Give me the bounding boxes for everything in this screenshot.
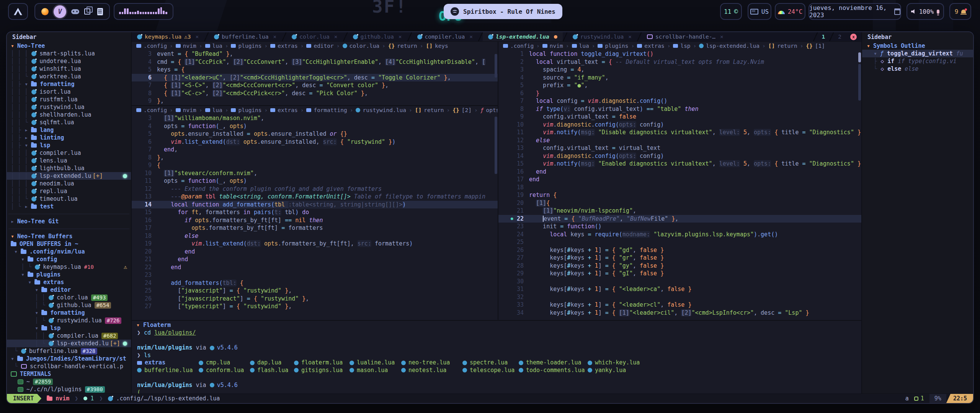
tree-item[interactable]: │ │ │ rustfmt.lua: [7, 96, 131, 103]
code-line[interactable]: 26 ["javascriptreact"] = { "rustywind" }…: [132, 295, 498, 303]
breadcrumb-item[interactable]: .config: [136, 107, 167, 113]
breadcrumb-item[interactable]: plugins: [231, 43, 261, 49]
code-line[interactable]: 25: [498, 238, 861, 246]
code-line[interactable]: 19return {: [498, 191, 861, 199]
outline-item[interactable]: ├ ◇ifif type(config.vi: [862, 57, 973, 65]
tree-item[interactable]: │ │ │ rustywind.lua: [7, 103, 131, 111]
breadcrumb-item[interactable]: []return: [415, 107, 444, 113]
code-line[interactable]: 7 end,: [132, 146, 498, 154]
code-line[interactable]: 27 keys[#keys + 1] = { "gr", false }: [498, 254, 861, 262]
code-line[interactable]: 10 vim.diagnostic.config(opts: config): [498, 121, 861, 129]
windows-icon[interactable]: [84, 8, 90, 15]
audio-widget[interactable]: 100%: [906, 3, 944, 20]
notifications-widget[interactable]: 9: [949, 3, 971, 20]
breadcrumb-item[interactable]: ƒopts: [480, 107, 498, 113]
chevron-down-icon[interactable]: ▾: [874, 50, 880, 57]
listing-entry[interactable]: cmp.lua: [199, 359, 250, 367]
chevron-down-icon[interactable]: ▾: [35, 286, 41, 294]
listing-entry[interactable]: todo-comments.lua: [519, 367, 588, 374]
chevron-down-icon[interactable]: ▾: [24, 141, 31, 149]
editor-pane-color[interactable]: .config›nvim›lua›plugins›extras›editor›c…: [132, 42, 498, 105]
tab-close-icon[interactable]: ×: [196, 34, 199, 40]
code-line[interactable]: 33 keys[#keys + 1] = { "<leader>cl", fal…: [498, 301, 861, 309]
listing-entry[interactable]: theme-loader.lua: [519, 359, 588, 367]
listing-entry[interactable]: telescope.lua: [462, 367, 519, 374]
code-line[interactable]: 20 [1]{: [498, 199, 861, 207]
tabpage-2[interactable]: 2: [834, 32, 846, 41]
code-line[interactable]: 7 { [1]"<S-C>", [2]"<cmd>CccConvert<cr>"…: [132, 81, 498, 89]
code-line[interactable]: 32: [498, 293, 861, 301]
tab-bufferline-lua[interactable]: bufferline.lua×: [209, 32, 282, 41]
clock-widget[interactable]: jueves, noviembre 16, 2023: [808, 3, 901, 20]
tab-lsp-extended-lua[interactable]: lsp-extended.lua: [483, 32, 563, 41]
code-line[interactable]: 12 else: [498, 137, 861, 145]
code-line[interactable]: 16 if opts.formatters_by_ft[ft] == nil t…: [132, 216, 498, 224]
outline-item[interactable]: └ ◇elseelse: [862, 65, 973, 73]
tree-item[interactable]: │ │ │ shellharden.lua: [7, 111, 131, 119]
tree-item[interactable]: ▾plugins: [7, 271, 131, 278]
listing-entry[interactable]: neotest.lua: [401, 367, 462, 374]
code-line[interactable]: 29 keys[#keys + 1] = { "gI", false }: [498, 270, 861, 278]
chevron-down-icon[interactable]: ▾: [28, 278, 34, 286]
listing-entry[interactable]: neo-tree.lua: [401, 359, 462, 367]
listing-entry[interactable]: dap.lua: [250, 359, 294, 367]
tree-item[interactable]: │ ├ ▸linting: [7, 134, 131, 141]
breadcrumb-item[interactable]: nvim: [176, 107, 196, 113]
breadcrumb-item[interactable]: extras: [637, 43, 664, 49]
code-line[interactable]: 5 prefix = "●",: [498, 81, 861, 89]
sidebar-section-header[interactable]: ▾Neo-Tree: [7, 42, 131, 50]
sidebar-section-header[interactable]: ▸Neo-Tree Git: [7, 218, 131, 225]
code-line[interactable]: 11 vim.notify(msg: "Disable diagnostics …: [498, 128, 861, 137]
tree-item[interactable]: TERMINALS: [7, 370, 131, 378]
tree-item[interactable]: │ │ │ winshift.lua: [7, 65, 131, 73]
tab-scrollbar-handle-[interactable]: scrollbar-handle-…×: [642, 32, 729, 41]
listing-entry[interactable]: lualine.lua: [350, 359, 401, 367]
tree-item[interactable]: │ └ rustywind.lua#726: [7, 317, 131, 324]
code-line[interactable]: 23 init = function(): [498, 223, 861, 231]
neovim-icon[interactable]: V: [54, 5, 66, 18]
scrollbar[interactable]: [858, 64, 861, 101]
code-line[interactable]: 18: [498, 184, 861, 192]
tree-item[interactable]: │ │ │ compiler.lua: [7, 149, 131, 157]
keyboard-layout-widget[interactable]: US: [748, 3, 771, 20]
listing-entry[interactable]: mason.lua: [350, 367, 401, 374]
listing-entry[interactable]: yanky.lua: [588, 367, 641, 374]
code-line[interactable]: 20 end: [132, 248, 498, 256]
tree-item[interactable]: │ ├ ▾lsp: [7, 141, 131, 149]
scrollbar-handle[interactable]: [858, 52, 861, 62]
tree-item[interactable]: └ scrollbar-handle-vertical.p: [7, 363, 131, 370]
code-line[interactable]: 8 if type(v: config.virtual_text) == "ta…: [498, 105, 861, 113]
breadcrumb-item[interactable]: rustywind.lua: [356, 107, 406, 113]
chevron-right-icon[interactable]: ▸: [24, 134, 31, 141]
listing-entry[interactable]: bufferline.lua: [137, 367, 199, 374]
breadcrumb-item[interactable]: {}[1]: [806, 43, 825, 49]
tree-item[interactable]: │ │ │ smart-splits.lua: [7, 50, 131, 57]
breadcrumb-item[interactable]: {}[2]: [452, 107, 472, 113]
outline-item[interactable]: ▾ƒtoggle_diag_virtextfu: [862, 50, 973, 57]
tree-item[interactable]: │ │ │ lsp-extended.lu[+]: [7, 172, 131, 180]
tab-keymaps-lua[interactable]: keymaps.lua⚠3×: [132, 32, 204, 41]
tree-item[interactable]: │ │ └ timeout.lua: [7, 195, 131, 203]
code-line[interactable]: 1local function toggle_diag_virtext(): [498, 50, 861, 58]
tree-item[interactable]: └ bufferline.lua#328: [7, 347, 131, 355]
code-line[interactable]: 10 [1]"stevearc/conform.nvim",: [132, 169, 498, 177]
code-line[interactable]: 28 keys[#keys + 1] = { "gy", false }: [498, 262, 861, 270]
tree-item[interactable]: ▾lsp: [7, 324, 131, 332]
tree-item[interactable]: │ ├ ▾formatting: [7, 80, 131, 88]
floaterm-winbar[interactable]: ▾ Floaterm: [132, 321, 861, 329]
code-line[interactable]: 8 { [1]"<C-c>", [2]"<cmd>CccPick<cr>", d…: [132, 89, 498, 98]
chevron-down-icon[interactable]: ▾: [11, 355, 17, 363]
tree-item[interactable]: │ │ │ repl.lua: [7, 187, 131, 195]
tree-item[interactable]: │ └ ▸test: [7, 203, 131, 210]
scrollbar[interactable]: [495, 54, 497, 78]
breadcrumb-item[interactable]: nvim: [542, 43, 563, 49]
code-line[interactable]: 15 for ft, formatters in pairs(t: tbl) d…: [132, 208, 498, 216]
tab-close-icon[interactable]: ×: [399, 34, 402, 40]
tree-item[interactable]: ▾config: [7, 255, 131, 263]
tree-item[interactable]: │ │ │ isort.lua: [7, 88, 131, 96]
tab-color-lua[interactable]: color.lua×: [286, 32, 343, 41]
tree-item[interactable]: ~/.c/n/l/plugins#3980: [7, 385, 131, 393]
code-line[interactable]: 9{: [132, 161, 498, 169]
code-line[interactable]: 24 local keys = require(modname: "lazyvi…: [498, 231, 861, 239]
breadcrumb-item[interactable]: extras: [270, 43, 297, 49]
